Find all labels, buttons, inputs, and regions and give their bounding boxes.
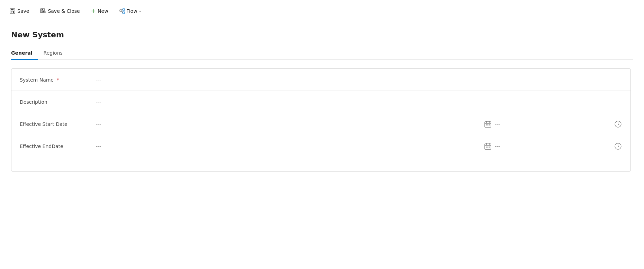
effective-start-date-value[interactable]: ---: [96, 121, 101, 127]
effective-end-date-clock-icon[interactable]: [614, 142, 622, 150]
effective-end-date-left: ---: [96, 143, 484, 149]
svg-rect-22: [489, 124, 490, 126]
tab-general[interactable]: General: [11, 47, 38, 60]
svg-line-25: [618, 124, 619, 125]
flow-label: Flow: [126, 8, 137, 14]
effective-start-date-calendar-icon[interactable]: [484, 120, 492, 128]
svg-rect-30: [486, 147, 487, 148]
system-name-row: System Name * ---: [11, 69, 630, 91]
effective-end-date-label: Effective EndDate: [20, 143, 96, 149]
save-button[interactable]: Save: [6, 6, 33, 16]
effective-end-time-value[interactable]: ---: [495, 143, 509, 149]
effective-end-date-row: Effective EndDate ---: [11, 135, 630, 157]
new-plus-icon: +: [91, 8, 96, 14]
flow-chevron-icon: ⌄: [139, 9, 142, 13]
svg-line-35: [618, 146, 619, 147]
svg-rect-5: [42, 9, 43, 10]
save-icon: [10, 8, 15, 14]
effective-start-date-clock-icon[interactable]: [614, 120, 622, 128]
svg-rect-21: [488, 124, 489, 126]
form-container: System Name * --- Description --- Effect…: [11, 68, 631, 171]
effective-end-date-content: --- ---: [96, 142, 622, 150]
form-footer-row: [11, 157, 630, 171]
description-value[interactable]: ---: [96, 99, 622, 105]
system-name-required: *: [56, 77, 59, 83]
effective-end-date-right: ---: [484, 142, 622, 150]
effective-start-date-label: Effective Start Date: [20, 121, 96, 127]
page-title: New System: [11, 30, 633, 39]
svg-rect-20: [486, 124, 487, 126]
tab-regions-label: Regions: [44, 50, 63, 56]
toolbar: Save Save & Close + New: [0, 0, 644, 22]
svg-rect-31: [488, 147, 489, 148]
tab-regions[interactable]: Regions: [38, 47, 68, 60]
system-name-value[interactable]: ---: [96, 77, 622, 83]
description-row: Description ---: [11, 91, 630, 113]
svg-rect-3: [11, 11, 13, 13]
effective-end-date-calendar-icon[interactable]: [484, 142, 492, 150]
effective-end-date-value[interactable]: ---: [96, 143, 101, 149]
main-content: New System General Regions System Name *…: [0, 22, 644, 180]
description-label: Description: [20, 99, 96, 105]
svg-rect-7: [42, 11, 43, 12]
effective-start-time-value[interactable]: ---: [495, 121, 509, 127]
svg-rect-11: [120, 10, 122, 11]
new-label: New: [98, 8, 108, 14]
effective-start-date-right: ---: [484, 120, 622, 128]
new-button[interactable]: + New: [87, 6, 113, 16]
svg-rect-32: [489, 147, 490, 148]
flow-button[interactable]: Flow ⌄: [115, 6, 146, 16]
svg-rect-12: [123, 9, 125, 10]
tab-general-label: General: [11, 50, 33, 56]
effective-start-date-row: Effective Start Date ---: [11, 113, 630, 135]
effective-start-date-content: --- ---: [96, 120, 622, 128]
svg-line-15: [122, 10, 123, 12]
svg-rect-13: [123, 12, 125, 13]
system-name-label: System Name *: [20, 77, 96, 83]
flow-icon: [119, 8, 125, 14]
effective-start-date-left: ---: [96, 121, 484, 127]
save-close-label: Save & Close: [48, 8, 80, 14]
tabs-container: General Regions: [11, 47, 633, 60]
save-close-button[interactable]: Save & Close: [36, 6, 84, 16]
svg-rect-1: [11, 9, 14, 10]
save-close-icon: [40, 8, 46, 14]
save-label: Save: [17, 8, 29, 14]
